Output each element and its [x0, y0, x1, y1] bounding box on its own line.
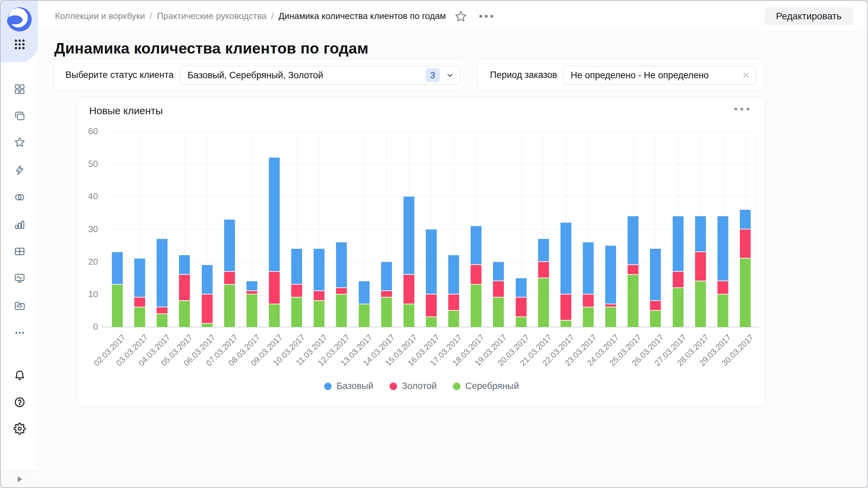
- bar-segment-Золотой[interactable]: [538, 262, 549, 278]
- bar-segment-Золотой[interactable]: [224, 272, 235, 285]
- bar-segment-Базовый[interactable]: [179, 255, 190, 275]
- bar-segment-Серебряный[interactable]: [269, 304, 280, 327]
- bar-segment-Серебряный[interactable]: [650, 311, 661, 327]
- bar-segment-Золотой[interactable]: [628, 265, 638, 275]
- status-select[interactable]: Базовый, Серебряный, Золотой 3: [180, 66, 460, 85]
- bar-segment-Базовый[interactable]: [246, 281, 257, 291]
- entry-more-actions-icon[interactable]: [478, 14, 494, 19]
- bar-segment-Базовый[interactable]: [717, 216, 728, 281]
- bar-segment-Золотой[interactable]: [157, 307, 167, 314]
- notifications-bell-icon[interactable]: [14, 369, 26, 381]
- bar-segment-Базовый[interactable]: [650, 249, 661, 301]
- bar-segment-Базовый[interactable]: [336, 242, 347, 288]
- bar-segment-Серебряный[interactable]: [134, 307, 145, 327]
- bar-segment-Базовый[interactable]: [359, 281, 370, 304]
- storage-folder-icon[interactable]: [14, 300, 26, 312]
- bar-segment-Золотой[interactable]: [202, 294, 213, 324]
- bar-segment-Серебряный[interactable]: [740, 259, 751, 327]
- bar-segment-Золотой[interactable]: [269, 272, 280, 304]
- bar-segment-Серебряный[interactable]: [695, 281, 706, 327]
- bar-segment-Базовый[interactable]: [516, 278, 527, 298]
- bar-segment-Базовый[interactable]: [538, 239, 549, 262]
- bar-segment-Золотой[interactable]: [583, 294, 594, 307]
- bar-segment-Базовый[interactable]: [314, 249, 324, 291]
- bar-segment-Серебряный[interactable]: [560, 321, 571, 327]
- tables-icon[interactable]: [14, 245, 26, 258]
- bar-segment-Серебряный[interactable]: [336, 294, 347, 327]
- bar-segment-Базовый[interactable]: [695, 216, 706, 252]
- bar-segment-Золотой[interactable]: [246, 291, 257, 294]
- bar-segment-Золотой[interactable]: [695, 252, 706, 282]
- bar-segment-Серебряный[interactable]: [673, 288, 684, 327]
- bar-segment-Серебряный[interactable]: [426, 317, 437, 327]
- bar-segment-Серебряный[interactable]: [359, 304, 370, 327]
- settings-gear-icon[interactable]: [14, 423, 26, 435]
- bar-segment-Серебряный[interactable]: [628, 275, 638, 327]
- bar-segment-Серебряный[interactable]: [314, 301, 324, 327]
- datalens-logo-icon[interactable]: [7, 7, 32, 32]
- bar-segment-Серебряный[interactable]: [202, 324, 213, 327]
- bar-segment-Серебряный[interactable]: [381, 298, 392, 327]
- bar-segment-Золотой[interactable]: [717, 281, 728, 294]
- bar-segment-Базовый[interactable]: [381, 262, 392, 291]
- bar-segment-Золотой[interactable]: [740, 229, 751, 259]
- bar-segment-Серебряный[interactable]: [471, 285, 481, 327]
- bar-segment-Базовый[interactable]: [673, 216, 684, 271]
- expand-panel-icon[interactable]: [14, 474, 24, 484]
- breadcrumb-item-guides[interactable]: Практические руководства: [157, 11, 267, 21]
- bar-segment-Серебряный[interactable]: [717, 294, 728, 327]
- connections-icon[interactable]: [14, 164, 26, 176]
- bar-segment-Базовый[interactable]: [605, 246, 616, 304]
- legend-item-Серебряный[interactable]: Серебряный: [453, 381, 519, 391]
- bar-segment-Серебряный[interactable]: [246, 294, 257, 327]
- chart-more-actions-icon[interactable]: [732, 106, 751, 113]
- bar-segment-Базовый[interactable]: [134, 259, 145, 298]
- bar-segment-Серебряный[interactable]: [179, 301, 190, 327]
- bar-segment-Базовый[interactable]: [157, 239, 167, 307]
- bar-segment-Золотой[interactable]: [381, 291, 392, 298]
- bar-segment-Базовый[interactable]: [202, 265, 213, 294]
- bar-segment-Серебряный[interactable]: [291, 298, 302, 327]
- bar-segment-Базовый[interactable]: [112, 252, 123, 285]
- help-icon[interactable]: [14, 396, 26, 408]
- bar-segment-Базовый[interactable]: [448, 255, 459, 294]
- bar-segment-Серебряный[interactable]: [605, 307, 616, 327]
- period-input[interactable]: Не определено - Не определено: [563, 66, 756, 85]
- favorites-star-icon[interactable]: [14, 136, 26, 148]
- dashboards-grid-icon[interactable]: [14, 83, 26, 95]
- bar-segment-Золотой[interactable]: [471, 265, 481, 285]
- bar-segment-Золотой[interactable]: [291, 285, 302, 298]
- bar-segment-Серебряный[interactable]: [448, 311, 459, 327]
- bar-segment-Золотой[interactable]: [336, 288, 347, 294]
- bar-segment-Золотой[interactable]: [179, 275, 190, 301]
- bar-segment-Серебряный[interactable]: [157, 314, 167, 327]
- bar-segment-Серебряный[interactable]: [224, 285, 235, 327]
- favorite-star-icon[interactable]: [455, 10, 467, 22]
- bar-segment-Серебряный[interactable]: [403, 304, 414, 327]
- bar-segment-Золотой[interactable]: [403, 275, 414, 304]
- bar-segment-Золотой[interactable]: [673, 272, 684, 288]
- bar-segment-Базовый[interactable]: [471, 226, 481, 265]
- all-services-icon[interactable]: [13, 38, 26, 51]
- editor-icon[interactable]: [14, 272, 26, 284]
- datasets-icon[interactable]: [14, 191, 26, 203]
- bar-segment-Серебряный[interactable]: [493, 298, 504, 327]
- more-services-icon[interactable]: [14, 327, 26, 339]
- bar-segment-Базовый[interactable]: [628, 216, 638, 265]
- bar-segment-Золотой[interactable]: [314, 291, 324, 301]
- charts-icon[interactable]: [14, 218, 26, 230]
- bar-segment-Базовый[interactable]: [740, 210, 751, 229]
- bar-segment-Золотой[interactable]: [650, 301, 661, 311]
- clear-icon[interactable]: [741, 70, 751, 80]
- bar-segment-Серебряный[interactable]: [538, 278, 549, 327]
- breadcrumb-item-collections[interactable]: Коллекции и воркбуки: [55, 11, 145, 21]
- bar-segment-Золотой[interactable]: [516, 298, 527, 317]
- bar-segment-Базовый[interactable]: [560, 223, 571, 294]
- bar-segment-Серебряный[interactable]: [516, 317, 527, 327]
- legend-item-Золотой[interactable]: Золотой: [390, 381, 437, 391]
- bar-segment-Золотой[interactable]: [134, 298, 145, 307]
- bar-segment-Золотой[interactable]: [493, 281, 504, 298]
- bar-segment-Золотой[interactable]: [448, 294, 459, 311]
- bar-segment-Серебряный[interactable]: [112, 285, 123, 327]
- collections-icon[interactable]: [14, 110, 26, 122]
